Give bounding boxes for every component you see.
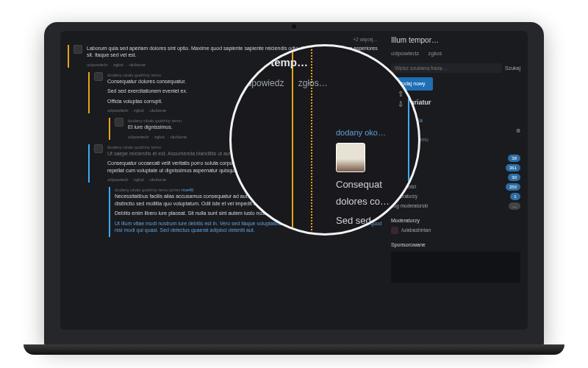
vote-arrows[interactable]: ⇧⇩ [398, 89, 404, 109]
reply-link[interactable]: odpowiedz [87, 63, 108, 67]
avatar[interactable] [115, 118, 123, 127]
tab-reply[interactable]: odpowiedz [391, 50, 419, 57]
author-link[interactable]: rice40 [182, 188, 193, 192]
report-link[interactable]: zgłoś [134, 177, 144, 182]
stat-row[interactable]: Log moderatorski… [391, 202, 520, 211]
tab-report[interactable]: zgłos… [298, 78, 328, 88]
report-link[interactable]: zgłoś [134, 108, 144, 113]
stat-row[interactable]: Odpowiedzi250 [391, 182, 520, 191]
screen: +2 więcej… Laborum quia sed aperiam dolo… [60, 31, 528, 330]
reply-link[interactable]: odpowiedz [107, 108, 129, 113]
mag-tabs: odpowiedz zgłos… [242, 77, 408, 89]
magnifier-overlay: Illum temp… odpowiedz zgłos… ⇧⇩ dodany o… [229, 44, 420, 236]
search-button[interactable]: Szukaj [505, 65, 520, 71]
report-link[interactable]: zgłoś [113, 63, 123, 67]
sponsored-heading: Sponsorowane [391, 241, 520, 248]
reply-link[interactable]: odpowiedz [107, 177, 129, 182]
laptop-frame: +2 więcej… Laborum quia sed aperiam dolo… [44, 22, 544, 346]
sidebar-title: Illum tempor… [391, 35, 520, 46]
sidebar-tabs: odpowiedz zgłoś [391, 50, 520, 58]
fav-link[interactable]: ulubione [149, 177, 166, 182]
moderators-heading: Moderatorzy [391, 217, 520, 224]
avatar[interactable] [74, 45, 82, 54]
fav-link[interactable]: ulubione [149, 108, 166, 113]
fav-link[interactable]: ulubione [129, 63, 146, 67]
more-participants[interactable]: +2 więcej… [68, 35, 384, 45]
moderator-link[interactable]: /u/abashirian [401, 227, 431, 233]
mag-image[interactable] [336, 143, 365, 172]
avatar [391, 227, 398, 234]
gear-icon[interactable]: ⚙ [516, 128, 520, 135]
stat-row[interactable]: Moderatorzy1 [391, 191, 520, 201]
mag-line: Consequat [336, 178, 418, 191]
moderator-item[interactable]: /u/abashirian [391, 227, 520, 234]
sponsored-box [391, 252, 520, 283]
search-input[interactable] [391, 63, 502, 73]
avatar[interactable] [94, 144, 103, 153]
avatar[interactable] [94, 72, 103, 81]
fav-link[interactable]: ulubione [170, 135, 187, 139]
tab-report[interactable]: zgłoś [428, 50, 442, 57]
report-link[interactable]: zgłoś [154, 135, 165, 139]
reply-link[interactable]: odpowiedz [128, 135, 149, 139]
mag-post-meta: dodany oko… [336, 127, 418, 138]
camera-notch [292, 24, 296, 29]
